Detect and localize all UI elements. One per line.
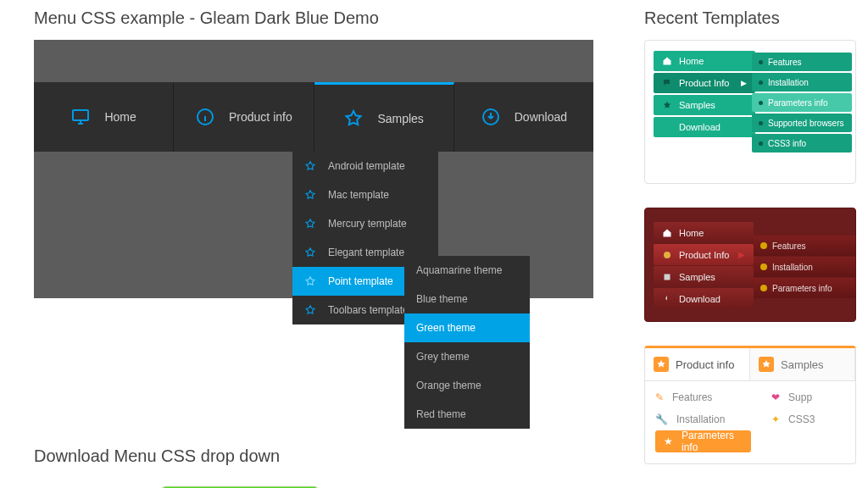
menu-samples[interactable]: Samples <box>314 82 454 152</box>
menu-label: Product info <box>229 110 292 124</box>
teal-main-item[interactable]: Download <box>654 117 755 137</box>
teal-sub-label: Supported browsers <box>768 119 844 128</box>
bullet-icon <box>759 60 763 64</box>
svg-rect-0 <box>73 110 88 120</box>
theme-item[interactable]: Aquamarine theme <box>404 256 530 285</box>
teal-item-label: Download <box>679 122 721 132</box>
star-icon <box>343 108 364 129</box>
samples-item[interactable]: Mercury template <box>292 209 438 238</box>
orange-right-label: CSS3 <box>788 413 815 425</box>
themes-dropdown: Aquamarine themeBlue themeGreen themeGre… <box>404 256 530 429</box>
theme-item[interactable]: Green theme <box>404 313 530 342</box>
teal-sub-item[interactable]: Features <box>752 53 852 71</box>
tab-square-icon <box>759 357 774 372</box>
chevron-right-icon: ▶ <box>741 79 747 87</box>
samples-item-label: Mac template <box>328 189 389 201</box>
red-sub-item[interactable]: Parameters info <box>754 278 855 298</box>
menu-label: Download <box>515 110 567 124</box>
orange-list-item[interactable]: ★Parameters info <box>655 430 751 452</box>
teal-sub-item[interactable]: CSS3 info <box>752 134 852 152</box>
menu-home[interactable]: Home <box>34 82 174 152</box>
red-sub-item[interactable]: Installation <box>754 257 855 277</box>
orange-item-icon: ✎ <box>655 391 664 403</box>
orange-list-item[interactable]: 🔧Installation <box>655 408 751 430</box>
orange-tab-label: Samples <box>781 358 824 371</box>
samples-item-label: Elegant template <box>328 247 404 258</box>
theme-item[interactable]: Orange theme <box>404 371 530 400</box>
teal-sub-item[interactable]: Parameters info <box>752 93 852 112</box>
red-item-label: Product Info <box>679 250 729 260</box>
red-main-item[interactable]: Samples <box>654 266 754 287</box>
monitor-icon <box>70 107 91 127</box>
menu-product-info[interactable]: Product info <box>174 82 314 152</box>
samples-item-label: Android template <box>328 160 405 172</box>
orange-right-item[interactable]: ✦CSS3 <box>771 408 845 430</box>
theme-item[interactable]: Red theme <box>404 400 530 429</box>
menu-label: Samples <box>377 112 423 125</box>
orange-right-icon: ✦ <box>771 413 780 425</box>
star-icon <box>304 160 316 172</box>
star-icon <box>304 218 316 230</box>
samples-item-label: Toolbars template <box>328 304 409 316</box>
orange-item-label: Installation <box>676 413 725 425</box>
orange-right-label: Supp <box>788 391 812 403</box>
download-heading: Download Menu CSS drop down <box>34 446 593 466</box>
red-item-icon <box>662 228 672 238</box>
star-icon <box>304 304 316 316</box>
theme-item[interactable]: Grey theme <box>404 342 530 371</box>
orange-item-label: Parameters info <box>682 430 743 453</box>
tab-square-icon <box>654 357 669 372</box>
red-item-icon <box>662 272 672 282</box>
download-icon <box>481 107 501 127</box>
teal-item-icon <box>662 122 672 132</box>
orange-right-item[interactable]: ❤Supp <box>771 386 845 408</box>
teal-item-icon <box>662 100 672 110</box>
red-sub-label: Parameters info <box>772 284 832 293</box>
orange-right-icon: ❤ <box>771 391 780 403</box>
teal-sub-item[interactable]: Supported browsers <box>752 114 852 132</box>
teal-item-icon <box>662 78 672 88</box>
star-icon <box>304 189 316 201</box>
orange-item-icon: ★ <box>664 435 673 447</box>
samples-item[interactable]: Mac template <box>292 180 438 209</box>
red-main-item[interactable]: Home <box>654 222 754 243</box>
samples-item-label: Point template <box>328 275 393 287</box>
samples-item[interactable]: Android template <box>292 152 438 180</box>
teal-sub-label: Parameters info <box>768 98 828 108</box>
star-icon <box>304 247 316 258</box>
teal-item-icon <box>662 56 672 66</box>
teal-main-item[interactable]: Samples <box>654 95 755 115</box>
template-red[interactable]: HomeProduct Info▶SamplesDownload Feature… <box>644 208 856 322</box>
bullet-icon <box>759 80 763 85</box>
red-item-label: Download <box>679 294 721 304</box>
dot-icon <box>760 263 767 270</box>
menu-download[interactable]: Download <box>454 82 593 152</box>
orange-item-icon: 🔧 <box>655 413 668 425</box>
red-sub-label: Installation <box>772 263 813 272</box>
orange-item-label: Features <box>672 391 712 403</box>
theme-item[interactable]: Blue theme <box>404 285 530 313</box>
teal-main-item[interactable]: Home <box>654 51 755 71</box>
sidebar-title: Recent Templates <box>644 8 856 28</box>
red-item-label: Home <box>679 228 704 238</box>
samples-item-label: Mercury template <box>328 218 407 230</box>
bullet-icon <box>759 141 763 146</box>
orange-tab[interactable]: Product info <box>645 348 750 380</box>
teal-sub-item[interactable]: Installation <box>752 73 852 92</box>
red-sub-item[interactable]: Features <box>754 236 855 256</box>
red-item-icon <box>662 294 672 304</box>
orange-list-item[interactable]: ✎Features <box>655 386 751 408</box>
red-main-item[interactable]: Product Info▶ <box>654 244 754 265</box>
chevron-right-icon: ▶ <box>738 250 745 259</box>
teal-sub-label: CSS3 info <box>768 139 806 148</box>
download-section: Download Menu CSS drop down Free Downloa… <box>34 446 593 488</box>
teal-main-item[interactable]: Product Info▶ <box>654 73 755 93</box>
teal-item-label: Product Info <box>679 78 729 88</box>
template-orange[interactable]: Product infoSamples ✎Features🔧Installati… <box>644 346 856 464</box>
orange-tab[interactable]: Samples <box>750 348 855 380</box>
svg-point-3 <box>664 252 670 258</box>
red-main-item[interactable]: Download <box>654 288 754 309</box>
red-item-icon <box>662 250 672 260</box>
template-teal[interactable]: HomeProduct Info▶SamplesDownload Feature… <box>644 40 856 184</box>
orange-tab-label: Product info <box>676 358 734 371</box>
